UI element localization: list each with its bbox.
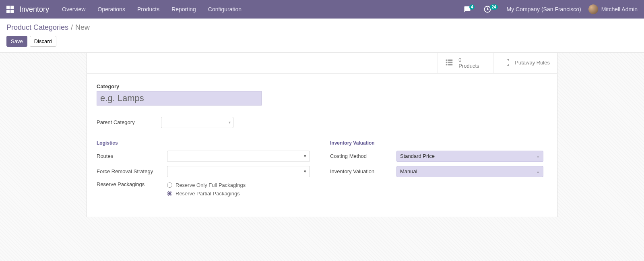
action-buttons: Save Discard bbox=[6, 36, 638, 47]
reserve-partial-label: Reserve Partial Packagings bbox=[175, 191, 240, 197]
svg-rect-0 bbox=[6, 6, 10, 9]
form-sheet: 0 Products Putaway Rules Category Parent… bbox=[87, 53, 557, 217]
nav-right: 4 24 My Company (San Francisco) Mitchell… bbox=[464, 4, 638, 14]
category-name-input[interactable] bbox=[97, 91, 262, 106]
nav-products[interactable]: Products bbox=[137, 6, 159, 12]
discard-button[interactable]: Discard bbox=[30, 36, 56, 47]
routes-label: Routes bbox=[97, 153, 167, 159]
messages-button[interactable]: 4 bbox=[464, 6, 477, 13]
nav-configuration[interactable]: Configuration bbox=[208, 6, 242, 12]
svg-rect-6 bbox=[448, 60, 453, 61]
nav-overview[interactable]: Overview bbox=[62, 6, 85, 12]
chevron-down-icon: ▾ bbox=[304, 153, 306, 159]
costing-method-value: Standard Price bbox=[400, 153, 435, 159]
svg-rect-7 bbox=[446, 62, 448, 64]
logistics-title: Logistics bbox=[97, 140, 314, 146]
svg-rect-8 bbox=[448, 62, 453, 64]
radio-icon bbox=[167, 182, 172, 188]
routes-select[interactable]: ▾ bbox=[167, 151, 310, 162]
stat-products-count: 0 bbox=[458, 57, 479, 63]
inventory-valuation-value: Manual bbox=[400, 168, 417, 174]
svg-rect-5 bbox=[446, 60, 448, 61]
messages-badge: 4 bbox=[469, 4, 475, 10]
parent-category-label: Parent Category bbox=[97, 117, 161, 128]
app-brand[interactable]: Inventory bbox=[19, 5, 49, 14]
company-switcher[interactable]: My Company (San Francisco) bbox=[507, 6, 581, 12]
svg-rect-10 bbox=[448, 64, 453, 66]
avatar bbox=[588, 4, 598, 14]
save-button[interactable]: Save bbox=[6, 36, 27, 47]
svg-rect-3 bbox=[10, 10, 14, 13]
reserve-full-option[interactable]: Reserve Only Full Packagings bbox=[167, 182, 246, 188]
costing-method-select[interactable]: Standard Price ⌄ bbox=[396, 151, 543, 162]
user-menu[interactable]: Mitchell Admin bbox=[588, 4, 638, 14]
activities-button[interactable]: 24 bbox=[483, 5, 499, 13]
reserve-partial-option[interactable]: Reserve Partial Packagings bbox=[167, 191, 246, 197]
chevron-down-icon: ▾ bbox=[229, 120, 231, 124]
breadcrumb: Product Categories / New bbox=[6, 23, 638, 32]
removal-strategy-select[interactable]: ▾ bbox=[167, 166, 310, 177]
stat-products-label: Products bbox=[458, 63, 479, 69]
breadcrumb-parent[interactable]: Product Categories bbox=[6, 23, 68, 32]
svg-rect-9 bbox=[446, 64, 448, 66]
chevron-down-icon: ⌄ bbox=[536, 169, 540, 174]
inventory-valuation-label: Inventory Valuation bbox=[330, 168, 396, 174]
reserve-full-label: Reserve Only Full Packagings bbox=[175, 182, 246, 188]
stat-products-button[interactable]: 0 Products bbox=[437, 53, 493, 73]
main-navbar: Inventory Overview Operations Products R… bbox=[0, 0, 644, 19]
costing-method-label: Costing Method bbox=[330, 153, 396, 159]
breadcrumb-current: New bbox=[75, 23, 90, 32]
activities-badge: 24 bbox=[490, 4, 497, 10]
radio-checked-icon bbox=[167, 191, 172, 196]
reserve-packagings-radio: Reserve Only Full Packagings Reserve Par… bbox=[167, 181, 246, 197]
apps-icon[interactable] bbox=[6, 6, 14, 13]
stat-putaway-button[interactable]: Putaway Rules bbox=[493, 53, 557, 73]
nav-operations[interactable]: Operations bbox=[97, 6, 125, 12]
reserve-packagings-label: Reserve Packagings bbox=[97, 181, 167, 187]
inventory-valuation-select[interactable]: Manual ⌄ bbox=[396, 166, 543, 177]
parent-category-select[interactable]: ▾ bbox=[161, 117, 233, 128]
stat-putaway-label: Putaway Rules bbox=[515, 60, 550, 66]
nav-menu: Overview Operations Products Reporting C… bbox=[62, 6, 242, 12]
content-area: 0 Products Putaway Rules Category Parent… bbox=[0, 53, 644, 261]
svg-rect-1 bbox=[10, 6, 14, 9]
control-panel: Product Categories / New Save Discard bbox=[0, 19, 644, 53]
chevron-down-icon: ⌄ bbox=[536, 153, 540, 159]
removal-strategy-label: Force Removal Strategy bbox=[97, 168, 167, 174]
svg-rect-2 bbox=[6, 10, 10, 13]
stat-button-box: 0 Products Putaway Rules bbox=[87, 53, 557, 74]
nav-reporting[interactable]: Reporting bbox=[171, 6, 196, 12]
list-icon bbox=[445, 58, 454, 68]
shuffle-icon bbox=[501, 58, 510, 68]
chevron-down-icon: ▾ bbox=[304, 169, 306, 174]
category-label: Category bbox=[97, 83, 547, 89]
valuation-title: Inventory Valuation bbox=[330, 140, 547, 146]
breadcrumb-sep: / bbox=[71, 23, 73, 32]
user-name: Mitchell Admin bbox=[601, 6, 638, 12]
